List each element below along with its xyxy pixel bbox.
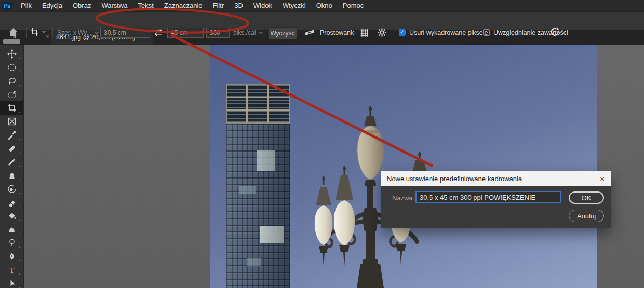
main-content: T (0, 45, 644, 288)
home-button[interactable] (8, 27, 18, 37)
skyscraper-illustration (226, 84, 290, 288)
skyscraper-crown (226, 84, 290, 124)
ok-button[interactable]: OK (569, 191, 604, 204)
menu-wtyczki[interactable]: Wtyczki (277, 0, 311, 11)
separator (52, 27, 52, 38)
clear-button[interactable]: Wyczyść (268, 27, 297, 39)
dodge-tool[interactable] (0, 236, 23, 250)
chevron-down-icon (42, 30, 46, 34)
menu-widok[interactable]: Widok (248, 0, 277, 11)
clone-stamp-tool[interactable] (0, 169, 23, 182)
tools-panel: T (0, 45, 24, 288)
history-brush-tool[interactable] (0, 182, 23, 196)
reset-icon (549, 26, 560, 37)
menu-plik[interactable]: Plik (16, 0, 37, 11)
lasso-tool-icon (7, 76, 17, 86)
paint-bucket-tool[interactable] (0, 209, 23, 223)
separator (264, 27, 265, 38)
pen-tool[interactable] (0, 250, 23, 263)
separator (26, 27, 26, 38)
path-selection-tool[interactable] (0, 277, 23, 288)
tab-strip-scroll-thumb[interactable] (3, 39, 20, 44)
type-tool[interactable]: T (0, 263, 23, 277)
resolution-unit-dropdown[interactable]: piks./cal (233, 28, 263, 38)
photoshop-logo-icon: Ps (2, 2, 12, 10)
resolution-unit-label: piks./cal (233, 29, 256, 36)
move-tool[interactable] (0, 47, 23, 61)
crop-tool-icon (7, 103, 17, 113)
crop-height-input[interactable] (167, 28, 204, 38)
skyscraper-body (226, 124, 290, 288)
preset-name-input[interactable] (415, 191, 561, 203)
svg-text:T: T (9, 266, 14, 275)
eyedropper-tool-icon (7, 130, 17, 140)
brush-tool-icon (7, 157, 17, 167)
eraser-tool[interactable] (0, 196, 23, 209)
brush-tool[interactable] (0, 155, 23, 169)
preset-name-label: Nazwa: (392, 194, 414, 202)
crop-tool[interactable] (0, 101, 23, 115)
dialog-title-bar[interactable]: Nowe ustawienie predefiniowane kadrowani… (381, 171, 611, 186)
spot-healing-brush-tool-icon (7, 144, 17, 153)
straighten-button[interactable] (304, 28, 315, 37)
delete-cropped-pixels-checkbox[interactable]: ✓ (399, 29, 406, 36)
smudge-tool-icon (7, 225, 17, 234)
chevron-down-icon (259, 31, 263, 35)
content-aware-checkbox[interactable]: ✓ (483, 29, 490, 36)
swap-width-height-button[interactable] (153, 28, 164, 37)
chevron-down-icon (95, 31, 99, 35)
elliptical-marquee-tool[interactable] (0, 61, 23, 74)
crop-settings-button[interactable] (377, 28, 387, 37)
reset-tool-button[interactable] (549, 26, 560, 37)
menu-filtr[interactable]: Filtr (208, 0, 230, 11)
dialog-close-icon[interactable]: × (600, 175, 605, 183)
canvas-workspace (24, 45, 644, 288)
eraser-tool-icon (7, 198, 17, 207)
menu-tekst[interactable]: Tekst (132, 0, 158, 11)
crop-icon (30, 28, 39, 36)
menu-obraz[interactable]: Obraz (68, 0, 96, 11)
crop-ratio-preset-label: Szer. x Wy... (57, 29, 91, 36)
dodge-tool-icon (7, 238, 17, 248)
pen-tool-icon (7, 252, 17, 261)
type-tool-icon: T (7, 265, 17, 275)
dialog-body: Nazwa: OK Anuluj (381, 186, 611, 228)
straighten-label: Prostowanie (320, 29, 356, 36)
crop-ratio-preset-dropdown[interactable]: Szer. x Wy... (57, 28, 99, 38)
swap-arrows-icon (153, 28, 164, 37)
dialog-title: Nowe ustawienie predefiniowane kadrowani… (387, 175, 522, 183)
overlay-options-button[interactable] (359, 27, 370, 38)
lasso-tool[interactable] (0, 74, 23, 88)
menu-warstwa[interactable]: Warstwa (96, 0, 132, 11)
smudge-tool[interactable] (0, 223, 23, 236)
crop-tool-options-button[interactable] (30, 28, 46, 36)
object-selection-tool-icon (7, 90, 17, 99)
crop-resolution-input[interactable] (206, 28, 230, 38)
spot-healing-brush-tool[interactable] (0, 142, 23, 155)
new-crop-preset-dialog: Nowe ustawienie predefiniowane kadrowani… (381, 171, 611, 228)
menu-okno[interactable]: Okno (311, 0, 338, 11)
menu-pomoc[interactable]: Pomoc (338, 0, 369, 11)
document-canvas[interactable] (210, 45, 597, 288)
separator (393, 27, 394, 38)
delete-cropped-pixels-label: Usuń wykadrowane piksele (409, 29, 488, 36)
clone-stamp-tool-icon (7, 171, 17, 180)
gear-icon (377, 28, 387, 37)
grid-overlay-icon (359, 27, 370, 38)
menu-edycja[interactable]: Edycja (37, 0, 68, 11)
eyedropper-tool[interactable] (0, 128, 23, 142)
home-icon (8, 27, 18, 37)
menu-3d[interactable]: 3D (229, 0, 248, 11)
straighten-level-icon (304, 28, 315, 37)
frame-tool[interactable] (0, 115, 23, 128)
cancel-button[interactable]: Anuluj (569, 210, 604, 222)
paint-bucket-tool-icon (7, 211, 17, 221)
object-selection-tool[interactable] (0, 88, 23, 101)
path-selection-tool-icon (7, 279, 17, 288)
menu-bar: Ps Plik Edycja Obraz Warstwa Tekst Zazna… (0, 0, 644, 11)
elliptical-marquee-tool-icon (7, 63, 17, 72)
crop-width-input[interactable] (100, 28, 150, 38)
menu-zaznaczanie[interactable]: Zaznaczanie (159, 0, 208, 11)
photoshop-window: Ps Plik Edycja Obraz Warstwa Tekst Zazna… (0, 0, 644, 288)
frame-tool-icon (7, 117, 17, 126)
